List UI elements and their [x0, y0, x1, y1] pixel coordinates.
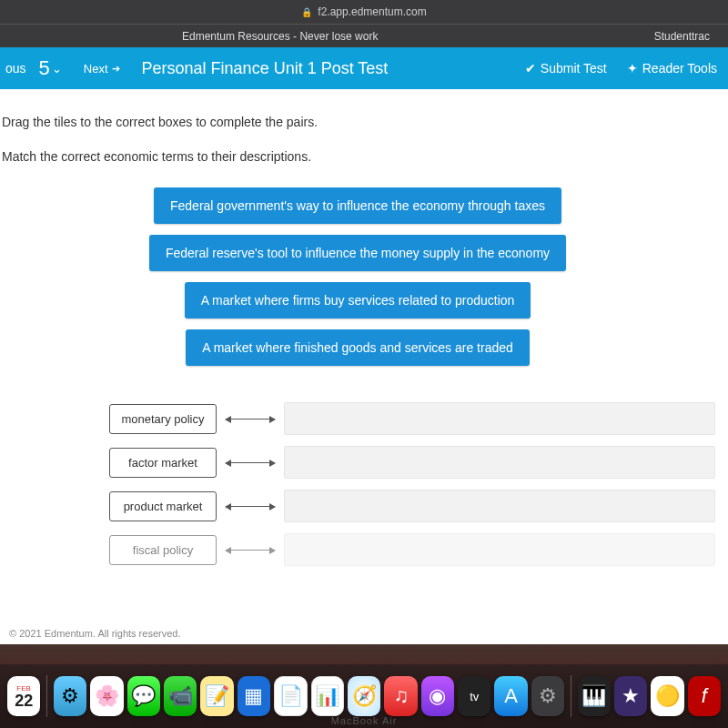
double-arrow-icon [226, 506, 275, 507]
draggable-tile[interactable]: Federal government's way to influence th… [154, 187, 561, 224]
photos-app-icon[interactable]: 🌸 [90, 676, 123, 716]
test-title: Personal Finance Unit 1 Post Test [142, 59, 525, 78]
pair-row: factor market [109, 446, 715, 479]
drop-zone[interactable] [284, 490, 715, 522]
draggable-tile[interactable]: Federal reserve's tool to influence the … [149, 235, 566, 271]
term-box: product market [109, 491, 217, 521]
notes-app-icon[interactable]: 📝 [200, 676, 233, 716]
facetime-app-icon[interactable]: 📹 [164, 676, 197, 716]
bookmark-item-resources[interactable]: Edmentum Resources - Never lose work [182, 30, 378, 43]
desktop-wallpaper-strip [0, 644, 728, 664]
question-number-dropdown[interactable]: 5 ⌄ [39, 56, 62, 80]
check-circle-icon: ✔ [525, 61, 536, 76]
tools-icon: ✦ [627, 61, 638, 76]
imovie-app-icon[interactable]: ★ [614, 676, 647, 716]
url-text: f2.app.edmentum.com [318, 5, 426, 18]
messages-app-icon[interactable]: 💬 [127, 676, 160, 716]
pair-row: fiscal policy [109, 533, 715, 566]
tv-app-icon[interactable]: tv [458, 676, 490, 716]
draggable-tile[interactable]: A market where firms buy services relate… [185, 282, 531, 318]
test-content-area: Drag the tiles to the correct boxes to c… [0, 89, 728, 644]
reader-tools-button[interactable]: ✦ Reader Tools [627, 61, 717, 76]
garageband-app-icon[interactable]: 🎹 [578, 676, 611, 716]
numbers-app-icon[interactable]: 📊 [311, 676, 345, 716]
double-arrow-icon [226, 419, 275, 420]
drop-zone[interactable] [284, 402, 715, 435]
test-nav-bar: ous 5 ⌄ Next ➔ Personal Finance Unit 1 P… [0, 47, 728, 89]
draggable-tile[interactable]: A market where finished goods and servic… [186, 329, 530, 366]
term-box: factor market [109, 448, 217, 478]
chrome-app-icon[interactable]: 🟡 [651, 676, 683, 716]
pair-row: product market [109, 490, 715, 522]
settings-app-icon[interactable]: ⚙ [531, 676, 564, 716]
safari-app-icon[interactable]: 🧭 [348, 676, 380, 716]
appstore-app-icon[interactable]: A [494, 676, 527, 716]
keynote-app-icon[interactable]: ▦ [238, 676, 270, 716]
draggable-tiles-container: Federal government's way to influence th… [0, 187, 715, 366]
dock-divider [46, 675, 47, 717]
browser-address-bar: 🔒 f2.app.edmentum.com [0, 0, 728, 24]
term-box: fiscal policy [109, 535, 217, 565]
copyright-text: © 2021 Edmentum. All rights reserved. [9, 628, 180, 639]
bookmark-item-studenttrac[interactable]: Studenttrac [654, 30, 710, 43]
instruction-primary: Drag the tiles to the correct boxes to c… [0, 115, 715, 129]
chevron-down-icon: ⌄ [52, 62, 62, 76]
dock-divider [571, 675, 571, 717]
drop-zone[interactable] [284, 446, 715, 479]
double-arrow-icon [226, 462, 275, 463]
arrow-right-icon: ➔ [112, 63, 120, 75]
pages-app-icon[interactable]: 📄 [274, 676, 308, 716]
instruction-secondary: Match the correct economic terms to thei… [0, 149, 715, 164]
drop-zone[interactable] [284, 533, 715, 566]
term-box: monetary policy [109, 404, 217, 434]
submit-test-button[interactable]: ✔ Submit Test [525, 61, 607, 76]
matching-pairs-container: monetary policy factor market product ma… [0, 402, 715, 566]
device-label: MacBook Air [331, 715, 398, 726]
music-app-icon[interactable]: ♫ [384, 676, 417, 716]
bookmark-bar: Edmentum Resources - Never lose work Stu… [0, 24, 728, 47]
double-arrow-icon [226, 550, 275, 551]
prev-button-fragment[interactable]: ous [5, 61, 26, 76]
podcasts-app-icon[interactable]: ◉ [421, 676, 454, 716]
lock-icon: 🔒 [301, 7, 312, 17]
pair-row: monetary policy [109, 402, 715, 435]
flash-app-icon[interactable]: f [688, 676, 721, 716]
system-prefs-icon[interactable]: ⚙ [54, 676, 86, 716]
next-button[interactable]: Next ➔ [84, 62, 120, 76]
calendar-app-icon[interactable]: FEB 22 [7, 676, 40, 716]
